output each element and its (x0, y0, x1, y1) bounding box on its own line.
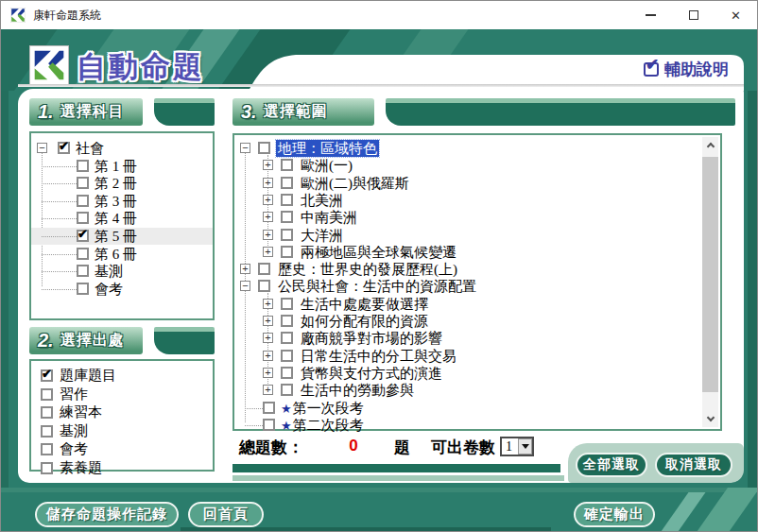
list-item-label[interactable]: 素養題 (60, 459, 102, 477)
help-button[interactable]: ✔ 輔助說明 (644, 59, 729, 80)
checkbox[interactable] (41, 425, 53, 438)
expand-toggle[interactable]: + (240, 264, 250, 274)
checkbox[interactable] (281, 315, 293, 327)
tree-item-label[interactable]: 生活中處處要做選擇 (299, 296, 430, 313)
tree-item-label[interactable]: 日常生活中的分工與交易 (299, 348, 458, 365)
tree-item-label[interactable]: 歷史：世界史的發展歷程(上) (276, 261, 459, 278)
checkbox[interactable] (77, 283, 89, 295)
expand-toggle[interactable]: + (263, 178, 273, 188)
expand-toggle[interactable]: + (263, 247, 273, 257)
paper-count-dropdown[interactable]: 1 (500, 437, 534, 456)
help-label: 輔助說明 (664, 59, 729, 80)
expand-toggle[interactable]: + (263, 368, 273, 378)
tree-item-label[interactable]: 第 1 冊 (93, 158, 139, 175)
checkbox[interactable] (41, 388, 53, 401)
collapse-toggle[interactable]: − (240, 281, 250, 291)
scroll-down-button[interactable] (702, 411, 718, 427)
tree-item-label[interactable]: 第 2 冊 (93, 175, 139, 192)
tree-item-label[interactable]: 第 6 冊 (93, 246, 139, 263)
tree-item-label[interactable]: 社會 (74, 140, 106, 157)
home-button[interactable]: 回首頁 (188, 502, 264, 527)
total-questions-value: 0 (335, 437, 372, 455)
checkbox[interactable] (281, 367, 293, 379)
collapse-toggle[interactable]: − (37, 143, 47, 153)
checkbox[interactable] (77, 248, 89, 260)
dropdown-arrow-icon (522, 444, 529, 449)
checkbox[interactable]: ✔ (41, 369, 53, 382)
checkbox[interactable] (281, 194, 293, 206)
deselect-all-button[interactable]: 取消選取 (655, 453, 732, 477)
checkbox[interactable] (281, 384, 293, 396)
checkbox[interactable] (281, 211, 293, 223)
checkbox[interactable] (77, 195, 89, 207)
checkbox[interactable] (258, 280, 270, 292)
collapse-toggle[interactable]: − (240, 143, 250, 153)
expand-toggle[interactable]: + (263, 160, 273, 170)
scroll-up-button[interactable] (702, 137, 718, 153)
tree-item-label[interactable]: 公民與社會：生活中的資源配置 (276, 278, 478, 295)
expand-toggle[interactable]: + (263, 212, 273, 222)
checkbox[interactable] (281, 177, 293, 189)
save-log-button[interactable]: 儲存命題操作記錄 (35, 502, 179, 527)
expand-toggle[interactable]: + (263, 385, 273, 395)
scrollbar[interactable] (702, 137, 718, 427)
checkbox[interactable] (41, 406, 53, 419)
checkbox[interactable] (281, 332, 293, 344)
checkbox[interactable] (77, 212, 89, 224)
tree-item-label[interactable]: 生活中的勞動參與 (299, 382, 416, 399)
checkbox[interactable]: ✔ (58, 142, 70, 154)
select-all-button[interactable]: 全部選取 (576, 453, 647, 477)
tree-row: +歐洲(二)與俄羅斯 (234, 175, 701, 192)
checkbox[interactable] (263, 419, 275, 431)
minimize-button[interactable] (629, 1, 672, 29)
app-logo-icon (10, 8, 26, 23)
expand-toggle[interactable]: + (263, 333, 273, 343)
checkbox[interactable] (77, 265, 89, 277)
tree-item-label[interactable]: 貨幣與支付方式的演進 (299, 365, 444, 382)
tree-item-label[interactable]: 基測 (93, 263, 125, 280)
expand-toggle[interactable]: + (263, 230, 273, 240)
expand-toggle[interactable]: + (263, 195, 273, 205)
tree-item-label[interactable]: ★第一次段考 (279, 400, 366, 418)
close-button[interactable]: ✕ (715, 1, 757, 29)
expand-toggle[interactable]: + (263, 316, 273, 326)
checkbox[interactable] (41, 443, 53, 455)
expand-toggle[interactable]: + (263, 351, 273, 361)
tree-item-label[interactable]: 如何分配有限的資源 (299, 313, 430, 330)
expand-toggle[interactable]: + (263, 299, 273, 309)
tree-item-label[interactable]: 大洋洲 (299, 227, 345, 244)
tree-item-label[interactable]: ★第二次段考 (279, 417, 366, 435)
list-item-label[interactable]: 練習本 (60, 403, 102, 421)
tree-item-label[interactable]: 第 5 冊 (93, 228, 139, 245)
checkbox[interactable] (281, 298, 293, 310)
checkbox[interactable] (77, 160, 89, 172)
checkbox[interactable] (77, 177, 89, 189)
tree-item-label[interactable]: 第 4 冊 (93, 210, 139, 227)
checkbox[interactable] (281, 350, 293, 362)
checkbox[interactable] (41, 462, 53, 474)
checkbox[interactable] (258, 142, 270, 154)
tree-item-label[interactable]: 歐洲(二)與俄羅斯 (299, 175, 411, 192)
tree-item-label[interactable]: 廠商競爭對市場的影響 (299, 330, 444, 347)
checkbox[interactable] (258, 263, 270, 275)
confirm-output-button[interactable]: 確定輸出 (574, 502, 655, 527)
tree-item-label[interactable]: 會考 (93, 281, 125, 298)
checkbox[interactable] (281, 246, 293, 258)
checkbox[interactable]: ✔ (77, 230, 89, 242)
tree-item-label[interactable]: 歐洲(一) (299, 157, 354, 174)
tree-item-label[interactable]: 地理：區域特色 (276, 140, 379, 157)
tree-item-label[interactable]: 北美洲 (299, 192, 345, 209)
checkbox[interactable] (263, 402, 275, 414)
list-item-label[interactable]: 題庫題目 (60, 367, 116, 385)
tree-item-label[interactable]: 中南美洲 (299, 209, 359, 226)
list-item-label[interactable]: 會考 (60, 440, 88, 458)
list-item-label[interactable]: 基測 (60, 422, 88, 440)
tree-item-label[interactable]: 第 3 冊 (93, 193, 139, 210)
scrollbar-thumb[interactable] (702, 157, 718, 392)
list-item-label[interactable]: 習作 (60, 386, 88, 403)
checkbox[interactable] (281, 229, 293, 241)
tree-item-label[interactable]: 兩極地區與全球氣候變遷 (299, 244, 458, 261)
checkbox[interactable] (281, 159, 293, 171)
maximize-button[interactable] (672, 1, 715, 29)
dropdown-button[interactable] (518, 438, 532, 455)
